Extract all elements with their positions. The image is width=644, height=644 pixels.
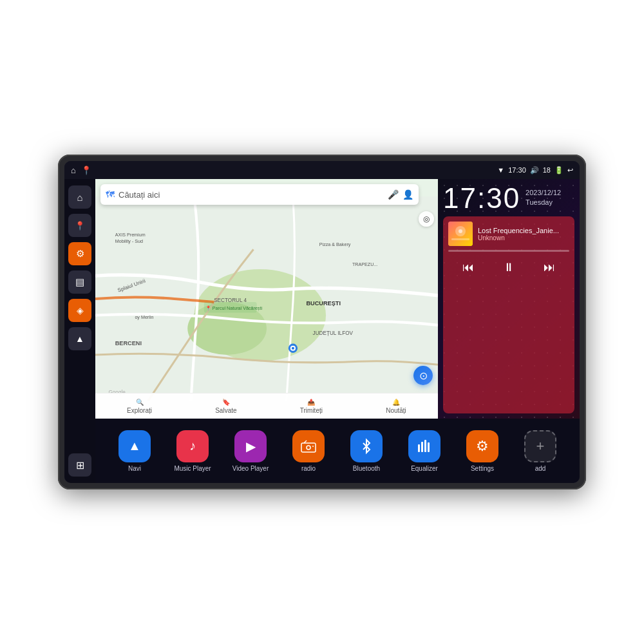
sidebar: ⌂ 📍 ⚙ ▤ ◈ ▲ ⊞ [64,179,95,483]
car-screen: ⌂ 📍 ▼ 17:30 🔊 18 🔋 ↩ ⌂ 📍 [64,161,580,483]
svg-text:BERCENI: BERCENI [115,340,142,346]
maps-icon: 📍 [81,166,91,175]
home-icon: ⌂ [71,166,76,175]
sidebar-home-btn[interactable]: ⌂ [68,185,91,209]
saved-btn[interactable]: 🔖 Salvate [215,399,236,414]
explore-icon: 🔍 [136,399,144,406]
main-area: ⌂ 📍 ⚙ ▤ ◈ ▲ ⊞ [64,179,580,483]
clock-music-section: 17:30 2023/12/12 Tuesday [438,179,580,419]
app-music-player[interactable]: ♪ Music Player [164,430,222,472]
svg-text:Pizza & Bakery: Pizza & Bakery [319,242,351,247]
sidebar-inbox-btn[interactable]: ▤ [68,270,91,294]
app-bluetooth[interactable]: Bluetooth [337,430,395,472]
navi-icon: ▲ [118,430,151,462]
saved-icon: 🔖 [222,399,230,406]
clock-date-text: 2023/12/12 [526,188,561,198]
car-unit-device: ⌂ 📍 ▼ 17:30 🔊 18 🔋 ↩ ⌂ 📍 [58,155,586,489]
news-icon: 🔔 [392,399,400,406]
location-sidebar-icon: 📍 [75,221,85,231]
music-info-row: Lost Frequencies_Janie... Unknown [448,222,569,246]
music-icon-char: ♪ [189,439,196,453]
svg-text:BUCUREȘTI: BUCUREȘTI [306,300,341,307]
sidebar-arrow-btn[interactable]: ▲ [68,327,91,350]
inbox-sidebar-icon: ▤ [75,276,84,288]
pause-btn[interactable]: ⏸ [498,257,519,278]
clock-status: 17:30 [508,166,526,174]
news-btn[interactable]: 🔔 Noutăți [386,399,406,414]
add-icon-char: + [536,438,545,455]
svg-text:Mobility - Sud: Mobility - Sud [115,239,143,244]
news-label: Noutăți [386,407,406,414]
nav-sidebar-icon: ◈ [77,305,84,316]
status-left-icons: ⌂ 📍 [71,166,91,175]
compass-btn[interactable]: ◎ [419,211,434,227]
navi-label: Navi [128,465,141,472]
search-placeholder-text: Căutați aici [118,190,384,200]
battery-value: 18 [543,166,551,174]
svg-rect-23 [301,443,316,452]
sidebar-location-btn[interactable]: 📍 [68,214,91,237]
settings-label: Settings [471,465,494,472]
microphone-icon: 🎤 [388,189,399,200]
add-icon: + [524,430,556,462]
next-btn[interactable]: ⏭ [539,257,560,278]
status-right-info: ▼ 17:30 🔊 18 🔋 ↩ [497,166,573,175]
clock-date-area: 2023/12/12 Tuesday [526,184,561,208]
svg-point-17 [292,347,294,350]
sidebar-settings-btn[interactable]: ⚙ [68,242,91,265]
share-btn[interactable]: 📤 Trimiteți [300,399,323,414]
battery-icon: 🔋 [554,166,564,175]
app-video-player[interactable]: ▶ Video Player [222,430,279,472]
video-player-icon: ▶ [234,430,267,462]
bluetooth-label: Bluetooth [353,465,380,472]
pin-icon: ⊙ [419,370,428,382]
clock-time: 17:30 [443,184,520,213]
music-player: Lost Frequencies_Janie... Unknown ⏮ ⏸ ⏭ [443,216,574,413]
back-icon[interactable]: ↩ [567,166,573,175]
explore-btn[interactable]: 🔍 Explorați [127,399,152,414]
saved-label: Salvate [215,407,236,414]
svg-text:AXIS Premium: AXIS Premium [115,232,146,238]
account-icon: 👤 [402,189,413,200]
equalizer-label: Equalizer [411,465,438,472]
map-search-bar[interactable]: 🗺 Căutați aici 🎤 👤 [100,184,419,205]
music-player-label: Music Player [174,465,211,472]
explore-label: Explorați [127,407,152,414]
progress-bar[interactable] [448,250,569,252]
clock-day-text: Tuesday [526,198,561,207]
map-section: Splaiul Unirii BUCUREȘTI JUDEȚUL ILFOV B… [95,179,438,419]
app-add[interactable]: + add [511,430,569,472]
svg-text:oy Merlin: oy Merlin [135,315,153,320]
album-art [448,222,473,246]
svg-rect-28 [421,442,423,452]
svg-point-21 [459,229,462,233]
app-radio[interactable]: radio [279,430,337,472]
svg-point-26 [312,446,314,447]
content-right: Splaiul Unirii BUCUREȘTI JUDEȚUL ILFOV B… [95,179,580,483]
svg-text:TRAPEZU...: TRAPEZU... [352,262,377,267]
map-bottom-bar: 🔍 Explorați 🔖 Salvate 📤 Trimiteți [95,393,438,419]
music-text: Lost Frequencies_Janie... Unknown [478,227,569,242]
sidebar-grid-btn[interactable]: ⊞ [68,453,91,477]
clock-area: 17:30 2023/12/12 Tuesday [443,184,574,213]
sidebar-nav-btn[interactable]: ◈ [68,299,91,322]
home-sidebar-icon: ⌂ [77,192,82,203]
prev-btn[interactable]: ⏮ [458,257,478,278]
status-bar: ⌂ 📍 ▼ 17:30 🔊 18 🔋 ↩ [64,161,580,179]
app-settings[interactable]: ⚙ Settings [453,430,511,472]
settings-sidebar-icon: ⚙ [76,248,84,260]
location-pin-btn[interactable]: ⊙ [413,366,433,385]
app-navi[interactable]: ▲ Navi [106,430,164,472]
top-row: Splaiul Unirii BUCUREȘTI JUDEȚUL ILFOV B… [95,179,580,419]
add-label: add [535,465,546,472]
svg-rect-30 [428,442,430,452]
svg-rect-29 [424,440,426,452]
share-label: Trimiteți [300,407,323,414]
svg-rect-27 [418,444,420,452]
wifi-icon: ▼ [497,166,504,174]
video-icon-char: ▶ [246,439,256,454]
app-equalizer[interactable]: Equalizer [395,430,453,472]
settings-icon: ⚙ [466,430,498,462]
arrow-sidebar-icon: ▲ [75,334,84,344]
radio-label: radio [301,465,316,472]
